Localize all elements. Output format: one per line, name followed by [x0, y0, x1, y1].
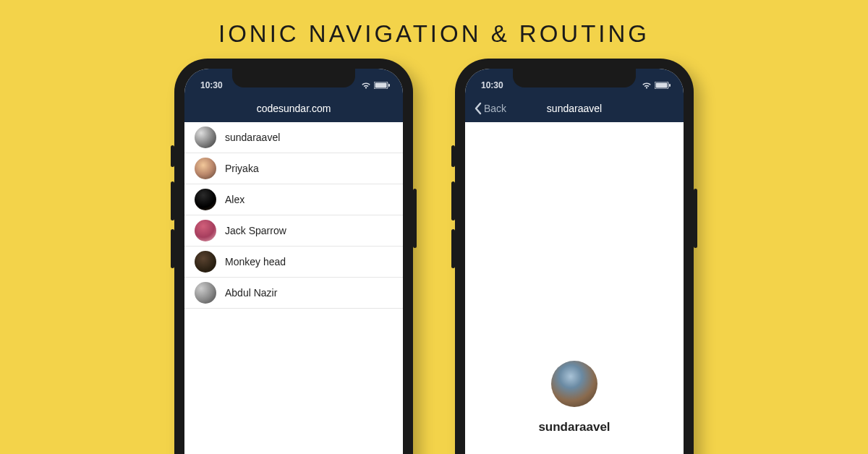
volume-down-button	[451, 229, 455, 268]
svg-rect-4	[656, 83, 668, 88]
list-item[interactable]: Abdul Nazir	[184, 278, 403, 309]
wifi-icon	[642, 82, 652, 89]
mute-switch	[451, 145, 455, 167]
list-item-label: Jack Sparrow	[225, 225, 286, 236]
page-title: IONIC NAVIGATION & ROUTING	[0, 20, 868, 48]
volume-up-button	[451, 181, 455, 220]
list-item-label: Alex	[225, 194, 244, 205]
phone-detail: 10:30 Back sundaraavel sundaraavel codes…	[455, 59, 694, 454]
phone-list: 10:30 codesundar.com sundaraavel Priyaka	[174, 59, 413, 454]
list-item-label: sundaraavel	[225, 132, 280, 143]
back-label: Back	[484, 103, 506, 114]
volume-up-button	[171, 181, 174, 220]
avatar	[195, 127, 216, 148]
avatar	[195, 251, 216, 273]
list-content: sundaraavel Priyaka Alex Jack Sparrow Mo…	[184, 122, 403, 454]
nav-header: Back sundaraavel	[465, 95, 684, 122]
list-item[interactable]: Priyaka	[184, 153, 403, 184]
detail-content: sundaraavel codesundar.com	[465, 122, 684, 454]
list-item[interactable]: sundaraavel	[184, 122, 403, 153]
mute-switch	[171, 145, 174, 167]
back-button[interactable]: Back	[469, 95, 511, 122]
notch	[513, 69, 636, 87]
list-item-label: Abdul Nazir	[225, 287, 277, 299]
profile-avatar	[551, 361, 597, 407]
avatar	[195, 282, 216, 304]
screen: 10:30 Back sundaraavel sundaraavel codes…	[465, 69, 684, 454]
nav-title: sundaraavel	[547, 103, 602, 114]
screen: 10:30 codesundar.com sundaraavel Priyaka	[184, 69, 403, 454]
profile-name: sundaraavel	[538, 420, 610, 434]
battery-icon	[655, 82, 671, 89]
power-button	[413, 189, 417, 248]
avatar	[195, 158, 216, 179]
list-item-label: Monkey head	[225, 256, 286, 267]
nav-header: codesundar.com	[184, 95, 403, 122]
svg-rect-1	[375, 83, 387, 88]
power-button	[694, 189, 697, 248]
phones-container: 10:30 codesundar.com sundaraavel Priyaka	[0, 59, 868, 454]
status-time: 10:30	[200, 80, 223, 90]
avatar	[195, 220, 216, 241]
list-item-label: Priyaka	[225, 163, 259, 174]
chevron-left-icon	[474, 102, 482, 115]
list-item[interactable]: Jack Sparrow	[184, 215, 403, 247]
status-time: 10:30	[481, 80, 503, 90]
list-item[interactable]: Alex	[184, 184, 403, 215]
svg-rect-2	[388, 84, 390, 87]
battery-icon	[374, 82, 390, 89]
wifi-icon	[361, 82, 371, 89]
avatar	[195, 189, 216, 210]
volume-down-button	[171, 229, 174, 268]
svg-rect-5	[669, 84, 671, 87]
notch	[232, 69, 355, 87]
nav-title: codesundar.com	[257, 103, 331, 114]
list-item[interactable]: Monkey head	[184, 247, 403, 278]
